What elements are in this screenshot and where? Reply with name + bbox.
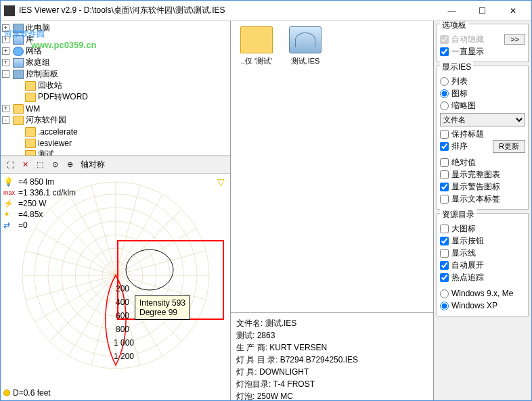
view-list-radio[interactable] — [440, 77, 449, 86]
tree-item[interactable]: +库 — [2, 34, 229, 45]
polar-chart[interactable]: 💡=4 850 lm max=1 336.1 cd/klm ⚡=250 W ✦=… — [1, 174, 230, 400]
folder-icon — [25, 150, 36, 157]
keep-title-checkbox[interactable] — [440, 130, 449, 139]
hotspot-checkbox[interactable] — [440, 273, 449, 282]
folder-icon — [25, 93, 36, 102]
folder-tree[interactable]: 河东软件园 www.pc0359.cn +此电脑+库+网络+家庭组-控制面板回收… — [1, 21, 230, 156]
abs-checkbox[interactable] — [440, 158, 449, 167]
close-button[interactable]: ✕ — [497, 1, 528, 20]
maximize-button[interactable]: ☐ — [467, 1, 497, 20]
refresh-button[interactable]: R更新 — [493, 140, 525, 153]
always-show-checkbox[interactable] — [440, 47, 449, 56]
tree-item[interactable]: 回收站 — [2, 80, 229, 91]
pc-icon — [13, 24, 24, 33]
folder-icon — [25, 127, 36, 137]
text-label-checkbox[interactable] — [440, 195, 449, 204]
tool-icon-1[interactable]: ✕ — [18, 158, 32, 172]
tool-icon-2[interactable]: ⬚ — [33, 158, 47, 172]
pc-icon — [13, 70, 24, 79]
tree-toggle[interactable]: + — [2, 36, 9, 43]
tree-item[interactable]: +网络 — [2, 45, 229, 57]
view-icon-radio[interactable] — [440, 89, 449, 98]
svg-text:1 200: 1 200 — [114, 352, 134, 361]
file-browser[interactable]: ..仅 '测试' 测试.IES — [231, 21, 433, 312]
folder-icon — [240, 26, 273, 53]
warn-icon-checkbox[interactable] — [440, 183, 449, 191]
tree-item[interactable]: .accelerate — [2, 126, 229, 137]
lib-icon — [13, 35, 24, 45]
folder-icon — [25, 139, 36, 148]
sort-field-select[interactable]: 文件名 — [440, 113, 525, 126]
expand-icon[interactable]: ⛶ — [3, 158, 17, 172]
big-icon-checkbox[interactable] — [440, 225, 449, 233]
winxp-radio[interactable] — [440, 302, 449, 310]
svg-text:800: 800 — [116, 325, 129, 334]
ies-file-icon — [289, 26, 322, 53]
tree-toggle[interactable]: - — [2, 70, 9, 78]
chart-tooltip: Intensity 593 Degree 99 — [135, 296, 190, 320]
file-info: 文件名: 测试.IES测试: 2863生 产 商: KURT VERSEN 灯 … — [231, 312, 433, 400]
tree-toggle[interactable]: - — [2, 116, 9, 124]
tree-item[interactable]: -河东软件园 — [2, 114, 229, 126]
lib-icon — [13, 58, 24, 68]
tree-toggle[interactable]: + — [2, 24, 9, 32]
tree-item[interactable]: +WM — [2, 103, 229, 114]
folder-icon — [13, 104, 24, 114]
tool-icon-4[interactable]: ⊕ — [63, 158, 76, 172]
full-chart-checkbox[interactable] — [440, 170, 449, 179]
tree-item[interactable]: PDF转WORD — [2, 91, 229, 103]
tree-toggle[interactable]: + — [2, 59, 9, 66]
file-item-ies[interactable]: 测试.IES — [285, 26, 326, 66]
app-icon — [4, 5, 15, 16]
win9x-radio[interactable] — [440, 289, 449, 298]
tree-item[interactable]: iesviewer — [2, 137, 229, 149]
auto-hide-checkbox — [440, 35, 449, 44]
auto-expand-checkbox[interactable] — [440, 261, 449, 270]
view-thumb-radio[interactable] — [440, 101, 449, 110]
distance-readout: D=0.6 feet — [3, 388, 51, 398]
folder-icon — [25, 81, 36, 91]
sort-checkbox[interactable] — [440, 142, 449, 151]
symmetry-label: 轴对称 — [81, 159, 105, 170]
minimize-button[interactable]: — — [437, 1, 467, 20]
net-icon — [13, 47, 24, 56]
tree-toggle[interactable]: + — [2, 47, 9, 55]
show-btn-checkbox[interactable] — [440, 237, 449, 245]
options-expand-button[interactable]: >> — [504, 34, 525, 45]
tree-item[interactable]: -控制面板 — [2, 68, 229, 80]
tree-item[interactable]: +家庭组 — [2, 57, 229, 68]
tool-icon-3[interactable]: ⊙ — [48, 158, 62, 172]
options-sidebar: 选项板 自动隐藏 >> 一直显示 显示IES 列表 图标 缩略图 文件名 保持标… — [433, 21, 531, 400]
window-title: IES Viewer v2.9 - D:\tools\桌面\河东软件园\测试\测… — [19, 5, 437, 16]
svg-text:1 000: 1 000 — [114, 338, 134, 348]
folder-icon — [13, 116, 24, 125]
tree-item[interactable]: +此电脑 — [2, 22, 229, 34]
tree-item[interactable]: 测试 — [2, 149, 229, 156]
show-line-checkbox[interactable] — [440, 249, 449, 258]
polar-toolbar: ⛶ ✕ ⬚ ⊙ ⊕ 轴对称 — [1, 156, 230, 174]
tree-toggle[interactable]: + — [2, 105, 9, 112]
file-item-folder[interactable]: ..仅 '测试' — [236, 26, 277, 66]
